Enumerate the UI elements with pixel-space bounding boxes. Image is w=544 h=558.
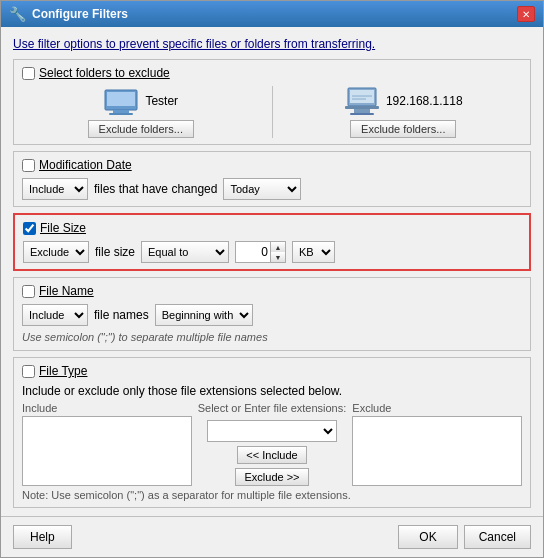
remote-exclude-btn[interactable]: Exclude folders... (350, 120, 456, 138)
bottom-bar: Help OK Cancel (1, 516, 543, 557)
svg-rect-3 (109, 113, 133, 115)
select-folders-title: Select folders to exclude (39, 66, 170, 80)
file-type-area: Include Select or Enter file extensions:… (22, 402, 522, 486)
file-names-label: file names (94, 308, 149, 322)
exclude-list-container: Exclude (352, 402, 522, 486)
file-size-comparison-select[interactable]: Equal to Less than Greater than (141, 241, 229, 263)
select-folders-section: Select folders to exclude Tester Exclude… (13, 59, 531, 145)
file-name-section: File Name Include Exclude file names Beg… (13, 277, 531, 351)
file-type-title: File Type (39, 364, 87, 378)
configure-filters-window: 🔧 Configure Filters ✕ Use filter options… (0, 0, 544, 558)
close-button[interactable]: ✕ (517, 6, 535, 22)
include-transfer-btn[interactable]: << Include (237, 446, 306, 464)
file-size-label: file size (95, 245, 135, 259)
file-name-checkbox[interactable] (22, 285, 35, 298)
file-name-include-select[interactable]: Include Exclude (22, 304, 88, 326)
changed-label: files that have changed (94, 182, 217, 196)
exclude-transfer-btn[interactable]: Exclude >> (235, 468, 308, 486)
spin-buttons: ▲ ▼ (271, 241, 286, 263)
file-type-middle: Select or Enter file extensions: << Incl… (198, 402, 347, 486)
file-size-section: File Size Exclude Include file size Equa… (13, 213, 531, 271)
modification-date-checkbox[interactable] (22, 159, 35, 172)
file-name-title: File Name (39, 284, 94, 298)
file-type-note: Note: Use semicolon (";") as a separator… (22, 489, 522, 501)
extension-select[interactable] (207, 420, 337, 442)
include-list-container: Include (22, 402, 192, 486)
svg-rect-8 (350, 113, 374, 115)
file-type-description: Include or exclude only those file exten… (22, 384, 522, 398)
svg-rect-1 (107, 92, 135, 106)
include-list-label: Include (22, 402, 192, 414)
ok-button[interactable]: OK (398, 525, 457, 549)
file-type-section: File Type Include or exclude only those … (13, 357, 531, 508)
svg-rect-7 (354, 109, 370, 113)
local-exclude-btn[interactable]: Exclude folders... (88, 120, 194, 138)
exclude-list-label: Exclude (352, 402, 522, 414)
file-size-filter-select[interactable]: Exclude Include (23, 241, 89, 263)
folder-row: Tester Exclude folders... (22, 86, 522, 138)
modification-date-section: Modification Date Include Exclude files … (13, 151, 531, 207)
info-text: Use filter options to prevent specific f… (13, 37, 531, 51)
file-size-spin: ▲ ▼ (235, 241, 286, 263)
modification-date-row: Include Exclude files that have changed … (22, 178, 522, 200)
local-computer-icon (103, 86, 139, 116)
local-folder-name: Tester (145, 94, 178, 108)
remote-folder-item: 192.168.1.118 Exclude folders... (285, 86, 523, 138)
file-name-row: Include Exclude file names Beginning wit… (22, 304, 522, 326)
main-content: Use filter options to prevent specific f… (1, 27, 543, 516)
cancel-button[interactable]: Cancel (464, 525, 531, 549)
spin-down-btn[interactable]: ▼ (271, 252, 285, 262)
modification-date-title: Modification Date (39, 158, 132, 172)
file-size-title: File Size (40, 221, 86, 235)
file-name-match-select[interactable]: Beginning with Ending with Containing Ma… (155, 304, 253, 326)
ok-cancel-group: OK Cancel (398, 525, 531, 549)
svg-rect-2 (113, 110, 129, 113)
remote-folder-name: 192.168.1.118 (386, 94, 463, 108)
file-size-row: Exclude Include file size Equal to Less … (23, 241, 521, 263)
select-folders-checkbox[interactable] (22, 67, 35, 80)
modification-include-select[interactable]: Include Exclude (22, 178, 88, 200)
include-list[interactable] (22, 416, 192, 486)
window-title: Configure Filters (32, 7, 128, 21)
svg-rect-6 (345, 106, 379, 109)
folder-divider (272, 86, 273, 138)
help-button[interactable]: Help (13, 525, 72, 549)
file-size-input[interactable] (235, 241, 271, 263)
window-icon: 🔧 (9, 6, 26, 22)
exclude-list[interactable] (352, 416, 522, 486)
title-bar: 🔧 Configure Filters ✕ (1, 1, 543, 27)
file-name-hint: Use semicolon (";") to separate multiple… (22, 331, 268, 343)
spin-up-btn[interactable]: ▲ (271, 242, 285, 252)
file-size-checkbox[interactable] (23, 222, 36, 235)
remote-computer-icon (344, 86, 380, 116)
local-folder-item: Tester Exclude folders... (22, 86, 260, 138)
modification-date-select[interactable]: Today Yesterday This Week Last Week (223, 178, 301, 200)
file-type-checkbox[interactable] (22, 365, 35, 378)
select-ext-label: Select or Enter file extensions: (198, 402, 347, 414)
file-size-unit-select[interactable]: KB MB GB (292, 241, 335, 263)
